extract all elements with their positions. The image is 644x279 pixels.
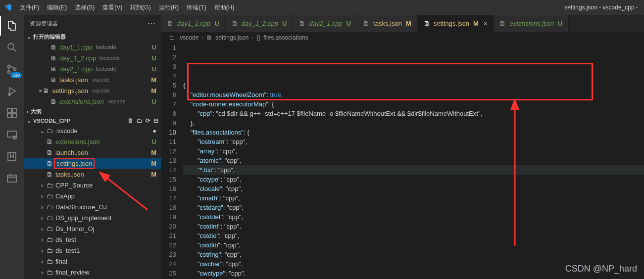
menu-item[interactable]: 文件(F) [16,1,43,14]
open-editor-item[interactable]: 🗎tasks.json.vscodeM [24,74,161,85]
refresh-icon[interactable]: ⟳ [146,117,150,124]
file-item[interactable]: 🗎settings.jsonM [24,158,161,169]
code-line[interactable]: "files.associations": { [183,128,644,137]
svg-rect-6 [12,108,16,112]
scm-badge: 339 [10,72,22,78]
code-line[interactable]: "code-runner.executorMap": { [183,99,644,109]
source-control-icon[interactable]: 339 [5,62,19,76]
line-number: 14 [161,165,176,175]
menu-item[interactable]: 帮助(H) [210,1,239,14]
code-line[interactable]: "cpp": "cd $dir && g++ -std=c++17 $fileN… [183,109,644,118]
extensions-icon[interactable] [5,106,19,120]
code-line[interactable]: "cmath": "cpp", [183,193,644,203]
open-editor-item[interactable]: 🗎extensions.json.vscodeU [24,96,161,107]
collapse-icon[interactable]: ⊟ [153,117,158,124]
line-number: 3 [161,62,176,71]
file-path: leetcode [96,66,116,72]
project-actions[interactable]: 🗎 🗀 ⟳ ⊟ [128,117,158,124]
line-number: 24 [161,259,176,269]
close-icon[interactable]: × [484,20,488,27]
editor-tab[interactable]: 🗎day_1_2.cppU [226,15,294,32]
open-editor-item[interactable]: 🗎day_1_2.cppleetcodeU [24,52,161,63]
git-status: M [473,20,479,27]
code-line[interactable]: }, [183,118,644,128]
open-editor-item[interactable]: ×🗎settings.json.vscodeM [24,85,161,96]
code-line[interactable]: "atomic": "cpp", [183,156,644,165]
file-item[interactable]: 🗎launch.jsonM [24,147,161,158]
folder-item[interactable]: ›🗀ds_test [24,234,161,245]
code-line[interactable]: "cstddef": "cpp", [183,212,644,222]
code-line[interactable]: "clocale": "cpp", [183,184,644,193]
folder-item[interactable]: ›🗀ds_test1 [24,245,161,256]
code-line[interactable]: "cstdint": "cpp", [183,222,644,231]
new-folder-icon[interactable]: 🗀 [137,117,143,124]
tab-label: day2_1.cpp [309,20,342,27]
close-icon[interactable]: × [39,87,43,94]
folder-item[interactable]: ›🗀final_review [24,267,161,278]
open-editors-section[interactable]: ⌄ 打开的编辑器 [24,32,161,42]
menu-item[interactable]: 编辑(E) [43,1,71,14]
editor-tab[interactable]: 🗎tasks.jsonM [357,15,418,32]
folder-icon: 🗀 [46,192,53,200]
code-line[interactable]: { [183,81,644,90]
open-editor-item[interactable]: 🗎day2_1.cppleetcodeU [24,63,161,74]
code-line[interactable]: "*.tcc": "cpp", [183,165,644,175]
project-section[interactable]: ⌄ VSCODE_CPP 🗎 🗀 ⟳ ⊟ [24,116,161,125]
run-debug-icon[interactable] [5,84,19,98]
file-name: day1_1.cpp [59,44,93,51]
menu-item[interactable]: 运行(R) [155,1,183,14]
line-number: 15 [161,175,176,184]
explorer-icon[interactable] [5,19,19,33]
code-editor[interactable]: 1234567891011121314151617181920212223242… [161,43,644,279]
code-line[interactable]: "cstring": "cpp", [183,250,644,259]
more-icon[interactable]: ⋯ [148,19,156,28]
vscode-logo-icon [4,3,12,11]
file-name: Ds_Honor_Oj [55,225,95,232]
file-path: .vscode [91,88,110,93]
file-icon: 🗎 [167,20,174,27]
editor-tab[interactable]: 🗎extensions.jsonU [494,15,569,32]
folder-item[interactable]: ›🗀final [24,256,161,267]
git-status: M [151,171,156,178]
code-line[interactable]: "editor.mouseWheelZoom": true, [183,90,644,99]
editor-tab[interactable]: 🗎day1_1.cppU [161,15,226,32]
code-line[interactable]: "array": "cpp", [183,146,644,156]
project-icon[interactable] [5,171,19,185]
breadcrumb-item[interactable]: files.associations [263,34,308,41]
code-line[interactable]: "iostream": "cpp", [183,137,644,146]
breadcrumb-item[interactable]: .vscode [178,34,198,41]
editor-tab[interactable]: 🗎settings.jsonM× [418,15,494,32]
menu-item[interactable]: 选择(S) [71,1,99,14]
file-item[interactable]: 🗎extensions.jsonU [24,136,161,147]
code-line[interactable]: "cctype": "cpp", [183,175,644,184]
remote-icon[interactable] [5,128,19,141]
new-file-icon[interactable]: 🗎 [128,117,134,124]
outline-section[interactable]: › 大纲 [24,107,161,116]
folder-item[interactable]: ›🗀CsApp [24,190,161,201]
breadcrumb-item[interactable]: settings.json [215,34,248,41]
folder-item[interactable]: ›🗀Ds_Honor_Oj [24,223,161,234]
folder-item[interactable]: ⌄🗀.vscode● [24,125,161,136]
folder-item[interactable]: ›🗀DS_cpp_implement [24,212,161,223]
code-line[interactable]: "cstdarg": "cpp", [183,203,644,212]
menu-item[interactable]: 查看(V) [99,1,126,14]
search-icon[interactable] [5,41,19,54]
folder-item[interactable]: ›🗀DataStructure_OJ [24,201,161,212]
breadcrumb[interactable]: 🗀.vscode›🗎settings.json›{}files.associat… [161,32,644,43]
code-line[interactable]: "cstdlib": "cpp", [183,240,644,250]
file-icon: 🗎 [299,20,306,27]
open-editor-item[interactable]: 🗎day1_1.cppleetcodeU [24,42,161,52]
code-line[interactable]: "cstdio": "cpp", [183,231,644,240]
folder-icon: 🗀 [46,269,53,276]
file-item[interactable]: 🗎tasks.jsonM [24,169,161,180]
menu-item[interactable]: 转到(G) [126,1,154,14]
editor-tab[interactable]: 🗎day2_1.cppU [293,15,357,32]
file-icon: 🗎 [46,149,53,156]
folder-item[interactable]: ›🗀CPP_Source [24,180,161,190]
bookmark-icon[interactable] [5,149,19,163]
code-content[interactable]: { "editor.mouseWheelZoom": true, "code-r… [183,43,644,279]
file-name: extensions.json [59,98,104,105]
titlebar: 文件(F)编辑(E)选择(S)查看(V)转到(G)运行(R)终端(T)帮助(H)… [0,0,644,15]
editor-area: 🗎day1_1.cppU🗎day_1_2.cppU🗎day2_1.cppU🗎ta… [161,15,644,279]
menu-item[interactable]: 终端(T) [183,1,210,14]
